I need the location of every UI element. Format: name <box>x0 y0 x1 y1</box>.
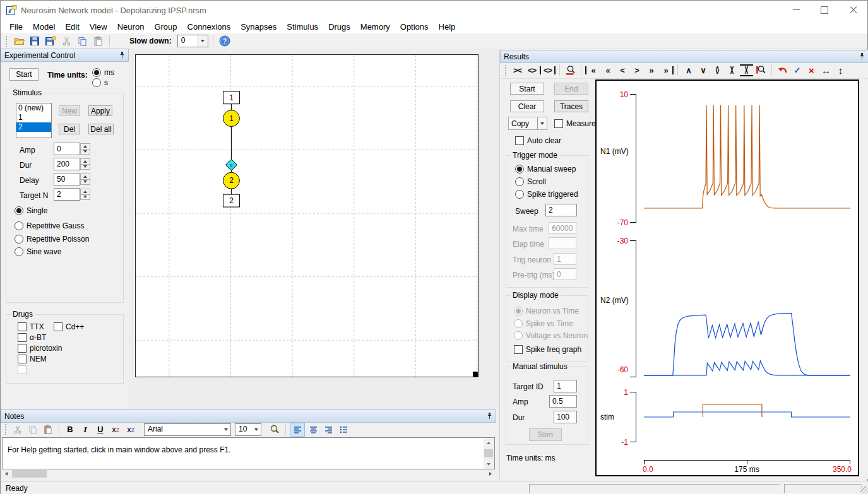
synapse-node[interactable]: c <box>226 159 237 170</box>
copy-button[interactable] <box>75 34 89 48</box>
slow-down-combobox[interactable]: 0 <box>177 35 208 47</box>
dur-stepper[interactable]: 200 <box>54 158 90 170</box>
align-right-button[interactable] <box>321 423 335 436</box>
menu-connexions[interactable]: Connexions <box>182 20 236 33</box>
scroll-right-button[interactable] <box>486 469 495 478</box>
drug-picrotoxin-option[interactable]: picrotoxin <box>18 344 62 353</box>
notes-cut-button[interactable] <box>11 423 25 436</box>
menu-memory[interactable]: Memory <box>355 20 395 33</box>
trigger-spike-triggered-option[interactable]: Spike triggered <box>515 190 578 199</box>
pan-y-icon[interactable]: ↕ <box>834 64 847 76</box>
checkbox-ttx[interactable] <box>18 322 27 331</box>
notes-vertical-scrollbar[interactable] <box>484 438 494 469</box>
target-n-spin-buttons[interactable] <box>80 189 90 200</box>
radio-s[interactable] <box>92 78 101 87</box>
pan-x-icon[interactable]: ↔ <box>819 64 833 76</box>
drug-ttx-option[interactable]: TTX <box>18 322 44 331</box>
step-back-icon[interactable]: < <box>615 64 629 76</box>
checkbox-nem[interactable] <box>18 355 27 363</box>
notes-text-area[interactable]: For Help getting started, click in main … <box>2 437 495 469</box>
italic-button[interactable]: I <box>78 423 92 436</box>
stim-terminal-2-node[interactable]: 2 <box>223 194 240 207</box>
checkbox-spike-freq[interactable] <box>514 345 523 354</box>
bold-button[interactable]: B <box>63 423 77 436</box>
dur-field[interactable]: 200 <box>54 158 80 170</box>
chevron-down-icon[interactable] <box>251 424 261 435</box>
list-item-selected[interactable]: 2 <box>16 122 51 132</box>
undo-icon[interactable] <box>776 64 789 76</box>
apply-button[interactable]: Apply <box>88 105 112 116</box>
amp-stepper[interactable]: 0 <box>54 143 90 155</box>
menu-neuron[interactable]: Neuron <box>112 20 150 33</box>
pin-icon[interactable] <box>119 52 125 59</box>
del-all-button[interactable]: Del all <box>88 124 114 134</box>
drug-cd-option[interactable]: Cd++ <box>54 322 84 331</box>
time-units-s-option[interactable]: s <box>92 78 108 87</box>
menu-file[interactable]: File <box>4 20 28 33</box>
close-button[interactable] <box>839 1 868 19</box>
radio-repetitive-poisson[interactable] <box>15 235 23 244</box>
drug-nem-option[interactable]: NEM <box>18 355 47 363</box>
scroll-left-button[interactable] <box>2 469 11 478</box>
page-forward-icon[interactable]: » <box>645 64 658 76</box>
results-plot-svg[interactable]: 10 -70 N1 (mV) -30 -60 N2 (mV) 1 -1 stim… <box>597 81 858 475</box>
scroll-down-button[interactable] <box>484 460 494 469</box>
radio-manual-sweep[interactable] <box>515 165 524 173</box>
amp-field[interactable]: 0 <box>54 143 80 155</box>
go-first-icon[interactable]: « <box>585 66 600 74</box>
results-end-button[interactable]: End <box>554 83 588 95</box>
sweep-field[interactable]: 2 <box>545 204 577 216</box>
underline-button[interactable]: U <box>93 423 107 436</box>
scrollbar-thumb[interactable] <box>12 470 47 478</box>
target-n-field[interactable]: 2 <box>54 188 80 201</box>
toolbar-grip[interactable] <box>4 424 8 435</box>
paste-button[interactable] <box>91 34 105 48</box>
stim-terminal-1-node[interactable]: 1 <box>223 91 240 104</box>
checkbox-measure[interactable] <box>554 119 563 128</box>
time-units-ms-option[interactable]: ms <box>92 68 114 77</box>
radio-ms[interactable] <box>92 68 101 77</box>
zoom-button[interactable] <box>268 423 282 436</box>
page-back-icon[interactable]: « <box>601 64 614 76</box>
font-name-combobox[interactable]: Arial <box>144 423 231 436</box>
notes-copy-button[interactable] <box>26 423 40 436</box>
start-button[interactable]: Start <box>9 68 39 81</box>
fit-y-icon[interactable]: ∨∧ <box>740 64 753 76</box>
notes-horizontal-scrollbar[interactable] <box>2 469 495 478</box>
target-n-stepper[interactable]: 2 <box>54 189 90 200</box>
radio-repetitive-gauss[interactable] <box>15 221 23 230</box>
zoom-y-icon[interactable] <box>754 64 768 76</box>
help-button[interactable]: ? <box>218 34 232 48</box>
cut-button[interactable] <box>59 34 73 48</box>
font-size-combobox[interactable]: 10 <box>235 423 261 436</box>
checkbox-cd[interactable] <box>54 322 62 331</box>
manual-amp-field[interactable]: 0.5 <box>549 395 577 408</box>
neuron-1-node[interactable]: 1 <box>223 110 240 127</box>
scroll-up-button[interactable] <box>484 438 494 447</box>
pin-icon[interactable] <box>487 413 492 420</box>
squeeze-x-icon[interactable]: >< <box>511 64 524 76</box>
superscript-button[interactable]: x2 <box>109 423 122 436</box>
squeeze-y-icon[interactable]: ∧ <box>682 64 695 76</box>
network-canvas[interactable]: 1 1 c 2 2 <box>135 54 479 377</box>
accept-icon[interactable]: ✓ <box>790 64 804 76</box>
open-button[interactable] <box>12 34 26 48</box>
list-item[interactable]: 1 <box>16 113 51 122</box>
mode-repetitive-gauss-option[interactable]: Repetitive Gauss <box>15 221 84 230</box>
menu-drugs[interactable]: Drugs <box>323 20 355 33</box>
menu-help[interactable]: Help <box>434 20 461 33</box>
checkbox-abt[interactable] <box>18 333 27 342</box>
mode-repetitive-poisson-option[interactable]: Repetitive Poisson <box>15 235 89 244</box>
minimize-button[interactable] <box>782 1 811 19</box>
expand-y-icon[interactable]: ∧∨ <box>711 64 724 76</box>
stretch-x-icon[interactable]: <> <box>525 64 538 76</box>
menu-model[interactable]: Model <box>28 20 60 33</box>
radio-single[interactable] <box>15 206 23 215</box>
save-as-button[interactable] <box>44 34 57 48</box>
zoom-x-icon[interactable] <box>564 64 577 76</box>
checkbox-auto-clear[interactable] <box>515 136 524 145</box>
radio-sine-wave[interactable] <box>15 247 23 256</box>
delete-icon[interactable]: × <box>805 64 818 76</box>
scrollbar-thumb[interactable] <box>484 449 493 457</box>
maximize-button[interactable] <box>810 1 839 19</box>
